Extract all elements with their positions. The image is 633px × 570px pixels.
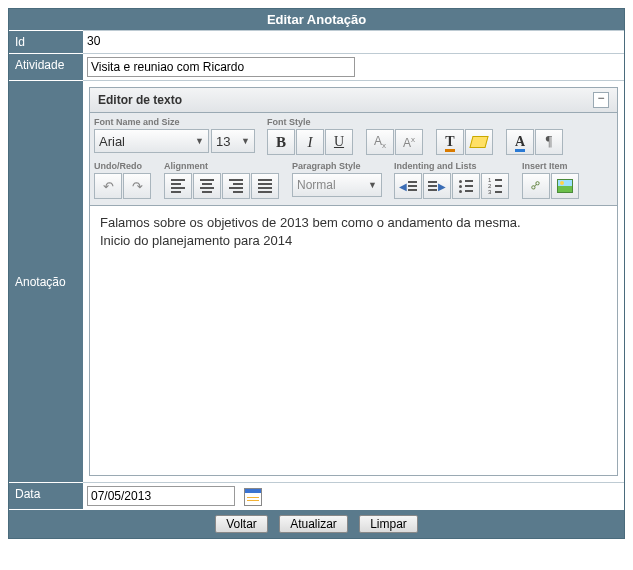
group-label-font: Font Name and Size xyxy=(94,117,255,127)
label-atividade: Atividade xyxy=(9,54,83,81)
editor-title: Editor de texto xyxy=(98,93,182,107)
image-icon xyxy=(557,179,573,193)
group-label-style: Font Style xyxy=(267,117,354,127)
outdent-icon: ◀ xyxy=(399,181,417,192)
group-label-align: Alignment xyxy=(164,161,280,171)
bullet-list-button[interactable] xyxy=(452,173,480,199)
outdent-button[interactable]: ◀ xyxy=(394,173,422,199)
highlight-icon xyxy=(469,136,488,148)
italic-button[interactable]: I xyxy=(296,129,324,155)
chevron-down-icon: ▼ xyxy=(195,136,204,146)
atividade-input[interactable] xyxy=(87,57,355,77)
label-data: Data xyxy=(9,483,83,510)
font-name-select[interactable]: Arial▼ xyxy=(94,129,209,153)
number-list-button[interactable]: 123 xyxy=(481,173,509,199)
font-color-icon: T xyxy=(445,134,454,150)
highlight-button[interactable] xyxy=(465,129,493,155)
redo-icon: ↷ xyxy=(132,179,143,194)
indent-icon: ▶ xyxy=(428,181,446,192)
superscript-icon: Ax xyxy=(403,135,415,150)
font-size-select[interactable]: 13▼ xyxy=(211,129,255,153)
align-left-icon xyxy=(171,179,185,193)
undo-icon: ↶ xyxy=(103,179,114,194)
limpar-button[interactable]: Limpar xyxy=(359,515,418,533)
align-justify-button[interactable] xyxy=(251,173,279,199)
value-id: 30 xyxy=(83,31,624,54)
subscript-button[interactable]: Ax xyxy=(366,129,394,155)
data-input[interactable] xyxy=(87,486,235,506)
group-label-insert: Insert Item xyxy=(522,161,580,171)
underline-button[interactable]: U xyxy=(325,129,353,155)
insert-link-button[interactable]: ⚯ xyxy=(522,173,550,199)
calendar-icon[interactable] xyxy=(244,488,262,506)
insert-image-button[interactable] xyxy=(551,173,579,199)
align-center-button[interactable] xyxy=(193,173,221,199)
group-label-undo: Undo/Redo xyxy=(94,161,152,171)
align-center-icon xyxy=(200,179,214,193)
italic-icon: I xyxy=(308,134,313,151)
group-label-paragraph: Paragraph Style xyxy=(292,161,382,171)
bold-icon: B xyxy=(276,134,286,151)
editor-toolbar: Font Name and Size Arial▼ 13▼ xyxy=(90,113,617,206)
group-label-indent: Indenting and Lists xyxy=(394,161,510,171)
voltar-button[interactable]: Voltar xyxy=(215,515,268,533)
show-marks-button[interactable]: ¶ xyxy=(535,129,563,155)
align-justify-icon xyxy=(258,179,272,193)
underline-icon: U xyxy=(334,134,344,150)
align-left-button[interactable] xyxy=(164,173,192,199)
bullet-list-icon xyxy=(459,180,473,193)
content-line: Falamos sobre os objetivos de 2013 bem c… xyxy=(100,214,607,232)
redo-button[interactable]: ↷ xyxy=(123,173,151,199)
subscript-icon: Ax xyxy=(374,134,386,150)
label-anotacao: Anotação xyxy=(9,81,83,483)
rich-text-editor: Editor de texto − Font Name and Size Ari… xyxy=(89,87,618,476)
paragraph-style-select[interactable]: Normal▼ xyxy=(292,173,382,197)
content-line: Inicio do planejamento para 2014 xyxy=(100,232,607,250)
pilcrow-icon: ¶ xyxy=(546,134,552,150)
remove-format-button[interactable]: A xyxy=(506,129,534,155)
align-right-button[interactable] xyxy=(222,173,250,199)
superscript-button[interactable]: Ax xyxy=(395,129,423,155)
number-list-icon: 123 xyxy=(488,178,502,194)
link-icon: ⚯ xyxy=(528,178,545,195)
remove-format-icon: A xyxy=(515,134,525,150)
editor-content[interactable]: Falamos sobre os objetivos de 2013 bem c… xyxy=(90,206,617,475)
chevron-down-icon: ▼ xyxy=(368,180,377,190)
indent-button[interactable]: ▶ xyxy=(423,173,451,199)
atualizar-button[interactable]: Atualizar xyxy=(279,515,348,533)
align-right-icon xyxy=(229,179,243,193)
bold-button[interactable]: B xyxy=(267,129,295,155)
undo-button[interactable]: ↶ xyxy=(94,173,122,199)
chevron-down-icon: ▼ xyxy=(241,136,250,146)
dialog-title: Editar Anotação xyxy=(9,9,624,30)
font-color-button[interactable]: T xyxy=(436,129,464,155)
label-id: Id xyxy=(9,31,83,54)
editor-minimize-button[interactable]: − xyxy=(593,92,609,108)
